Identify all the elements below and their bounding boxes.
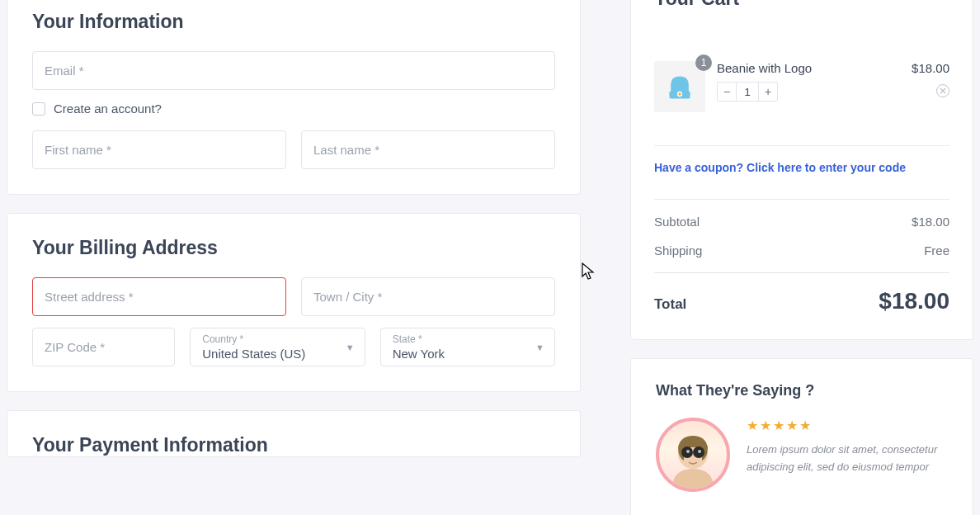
section-heading: What They're Saying ? [656,382,948,399]
cart-item-thumbnail: 1 [654,61,705,112]
product-beanie-icon [665,72,695,102]
street-address-input[interactable] [32,277,286,316]
cart-item-price: $18.00 [912,61,949,75]
close-icon [940,87,946,94]
state-select-label: State * [393,333,543,345]
total-label: Total [654,296,686,313]
section-heading: Your Information [32,11,555,33]
your-information-card: Your Information Create an account? [7,0,581,195]
subtotal-row: Subtotal $18.00 [654,215,949,229]
chevron-down-icon: ▼ [535,343,544,352]
create-account-checkbox[interactable] [32,102,45,116]
testimonial-quote: Lorem ipsum dolor sit amet, consectetur … [747,442,948,476]
shipping-value: Free [924,243,949,258]
country-select-label: Country * [202,333,352,345]
divider [654,145,949,146]
shipping-label: Shipping [654,243,702,258]
quantity-increase-button[interactable]: + [759,83,777,101]
shipping-row: Shipping Free [654,243,949,258]
last-name-input[interactable] [301,130,555,169]
create-account-label[interactable]: Create an account? [54,102,162,116]
quantity-stepper: − 1 + [717,82,778,102]
section-heading: Your Cart [654,0,949,10]
svg-point-9 [698,450,701,453]
section-heading: Your Billing Address [32,237,555,259]
divider [654,272,949,273]
divider [654,199,949,200]
section-heading: Your Payment Information [32,434,555,456]
zip-code-input[interactable] [32,328,175,366]
state-select[interactable]: State * New York ▼ [380,328,555,366]
star-rating: ★★★★★ [747,418,948,433]
remove-item-button[interactable] [936,84,949,97]
email-input[interactable] [32,51,555,90]
country-select[interactable]: Country * United States (US) ▼ [190,328,365,366]
country-select-value: United States (US) [202,347,305,361]
svg-point-8 [686,450,690,453]
quantity-value: 1 [736,83,759,101]
subtotal-value: $18.00 [912,215,949,229]
quantity-badge: 1 [695,54,712,71]
town-city-input[interactable] [301,277,555,316]
coupon-link[interactable]: Have a coupon? Click here to enter your … [654,161,906,174]
total-row: Total $18.00 [654,288,949,314]
state-select-value: New York [393,347,445,361]
billing-address-card: Your Billing Address Country * United St… [7,213,581,392]
avatar-icon [662,428,723,489]
chevron-down-icon: ▼ [346,343,355,352]
subtotal-label: Subtotal [654,215,700,229]
testimonial-card: What They're Saying ? [630,358,973,515]
cart-card: Your Cart 1 Beanie with Logo [630,0,973,340]
svg-point-2 [678,92,681,96]
cart-item: 1 Beanie with Logo − 1 + $18.00 [654,61,949,130]
first-name-input[interactable] [32,130,286,169]
quantity-decrease-button[interactable]: − [718,83,736,101]
payment-information-card: Your Payment Information [7,410,581,457]
testimonial-avatar [656,418,730,492]
total-value: $18.00 [879,288,949,314]
